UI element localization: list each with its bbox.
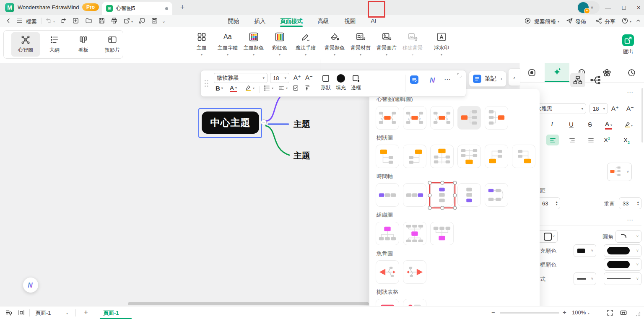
sidebar-increase-font-button[interactable]: A⁺ [611,105,619,112]
shape-button[interactable]: 形狀 [317,74,334,91]
fill-button[interactable]: 填充 [332,74,349,91]
ribbon-themecolor-button[interactable]: 主題顏色▾ [241,32,266,57]
ribbon-watermark-button[interactable]: 浮水印▾ [429,32,454,57]
subscript-button[interactable]: X2 [623,136,630,145]
menu-item-6[interactable]: AI [371,18,377,24]
zoom-slider[interactable] [500,312,559,314]
sidebar-more-button-2[interactable]: ⋯ [627,216,633,224]
sidebar-highlight-button[interactable]: ▾ [624,121,633,128]
sidebar-tab-ai[interactable] [545,63,569,82]
layout-option-logic-chart-left[interactable] [485,106,508,130]
help-icon[interactable] [621,17,628,24]
border-color-select[interactable]: ˅ [604,258,641,271]
drag-handle-icon[interactable] [204,80,208,87]
undo-caret-icon[interactable]: ▾ [53,20,55,23]
ribbon-bgcolor-button[interactable]: 背景顏色▾ [322,32,347,57]
line-weight-select[interactable]: ˅ [574,272,596,285]
bold-button[interactable]: B▾ [216,85,223,92]
export-icon[interactable] [123,17,130,24]
share-icon[interactable] [595,17,602,24]
share-button[interactable]: 分享 [605,18,615,26]
export-button[interactable]: 匯出 [621,34,636,55]
new-document-icon[interactable] [72,17,79,24]
layout-option-timeline-snake[interactable] [485,183,508,207]
zoom-caret-icon[interactable]: ▾ [588,311,589,315]
sidebar-scrollbar[interactable] [641,88,643,143]
view-tab-4[interactable]: 投影片 [98,32,127,57]
corner-radius-select[interactable]: ˅ [615,230,641,243]
align-left-button[interactable] [546,135,559,145]
ribbon-themefont-button[interactable]: Aa主題字體▾ [215,32,240,57]
ai-n-logo-button[interactable]: N [428,75,437,85]
layout-option-timeline-horizontal[interactable] [376,183,399,207]
layout-option-mindmap-balance-down-up[interactable]: ↓↑ [403,106,426,130]
smart-doc-button[interactable] [410,75,418,84]
redo-icon[interactable] [60,17,67,24]
publish-icon[interactable] [566,17,573,24]
superscript-button[interactable]: X2 [604,136,610,143]
menu-item-3[interactable]: 頁面樣式 [280,18,303,25]
format-painter-button[interactable] [304,85,311,91]
present-icon[interactable] [524,17,531,24]
print-icon[interactable] [111,17,118,24]
open-file-icon[interactable] [85,17,92,24]
list-button[interactable]: ▾ [264,85,273,91]
layout-option-fishbone-left[interactable] [376,260,399,284]
new-tab-button[interactable]: + [178,3,187,12]
font-color-button[interactable]: A▾ [230,85,237,92]
page-list-icon[interactable] [5,309,13,316]
font-size-select[interactable]: 18▾ [270,73,289,83]
layout-option-timeline-vertical-reverse[interactable] [457,183,481,207]
layout-option-fishbone-right[interactable] [403,260,426,284]
sidebar-tab-style[interactable] [519,63,544,82]
sidebar-collapse-button[interactable]: › [508,68,520,86]
layout-option-mindmap-balance-up-down[interactable]: ↑↓ [376,106,399,130]
layout-option-org-chart-down[interactable] [376,222,399,245]
menu-item-4[interactable]: 高級 [318,18,329,25]
view-tab-3[interactable]: 看板 [69,32,98,57]
align-right-button[interactable] [566,135,578,145]
add-page-button[interactable]: + [84,308,88,316]
sidebar-more-button[interactable]: ⋯ [627,89,633,96]
sidebar-font-size-select[interactable]: 18▾ [589,103,608,114]
page-select[interactable]: 頁面-1 [35,309,51,317]
zoom-out-button[interactable]: − [491,309,495,316]
expand-toolbar-icon[interactable] [457,73,462,78]
save-as-icon[interactable] [151,17,158,24]
layout-option-timeline-horizontal-reverse[interactable] [403,183,426,207]
increase-font-button[interactable]: A⁺ [293,74,301,81]
note-button[interactable]: 筆記 ‹ [469,71,506,87]
task-button[interactable] [292,85,299,91]
font-family-select[interactable]: 微软雅黑▾ [214,73,267,83]
border-button[interactable]: 邊框 [348,74,364,91]
collapse-ribbon-icon[interactable] [635,17,642,24]
central-topic-node[interactable]: 中心主題 [202,112,259,134]
strikethrough-button[interactable]: S [588,121,592,128]
sidebar-font-color-button[interactable]: A▾ [605,121,612,130]
stepper-icon[interactable]: ▲▼ [637,201,639,206]
help-caret-icon[interactable]: ▾ [630,20,631,23]
layout-option-tree-chart-up[interactable] [457,145,481,168]
page-tab-active[interactable]: 頁面-1 [103,309,119,317]
ribbon-theme-button[interactable]: 主題▾ [189,32,214,57]
publish-button[interactable]: 發佈 [575,18,586,26]
layout-option-timeline-vertical[interactable] [430,183,454,207]
layout-option-tree-chart-up-left[interactable] [512,145,535,168]
layout-option-tree-chart-down[interactable] [430,145,454,168]
layout-option-org-chart-both[interactable] [403,222,426,245]
ribbon-rainbow-button[interactable]: 彩虹色▾ [267,32,292,57]
resize-grip-icon[interactable] [636,311,641,316]
fill-color-select[interactable]: ˅ [604,244,641,257]
save-icon[interactable] [98,17,105,24]
hamburger-menu-icon[interactable] [16,17,23,24]
present-button[interactable]: 提案簡報 [534,18,556,26]
fill-style-select[interactable]: ˅ [574,244,596,257]
ribbon-bgimage-button[interactable]: 背景圖片▾ [374,32,399,57]
ribbon-bgtexture-button[interactable]: 背景材質▾ [348,32,373,57]
highlight-button[interactable]: ▾ [245,85,254,91]
ai-assistant-button[interactable]: N [23,278,38,293]
horizontal-scrollbar[interactable] [128,302,369,305]
toolbar-more-button[interactable]: ⋯ [444,75,451,83]
zoom-in-button[interactable]: + [563,309,566,316]
zoom-level[interactable]: 100% [572,309,586,316]
